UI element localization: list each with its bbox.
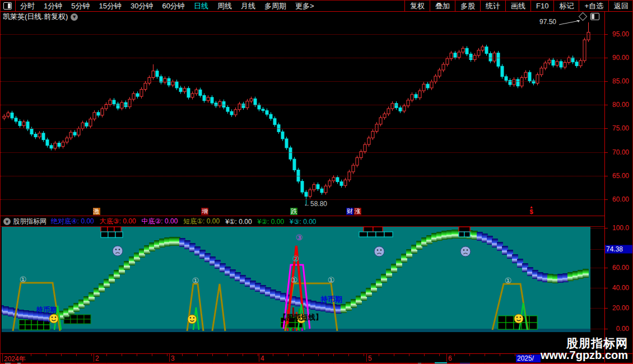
candle-body[interactable] bbox=[356, 158, 359, 165]
candle-body[interactable] bbox=[383, 114, 386, 118]
candle-body[interactable] bbox=[513, 80, 515, 85]
candle-body[interactable] bbox=[367, 138, 370, 144]
candle-body[interactable] bbox=[148, 77, 151, 83]
candle-body[interactable] bbox=[66, 138, 68, 142]
candle-body[interactable] bbox=[442, 64, 445, 70]
candle-body[interactable] bbox=[58, 143, 60, 147]
candle-body[interactable] bbox=[171, 82, 174, 85]
candle-body[interactable] bbox=[77, 128, 80, 135]
candle-body[interactable] bbox=[548, 60, 551, 63]
candle-body[interactable] bbox=[505, 77, 508, 81]
candle-body[interactable] bbox=[199, 90, 202, 95]
candle-body[interactable] bbox=[7, 113, 10, 116]
candle-body[interactable] bbox=[575, 62, 578, 66]
candle-body[interactable] bbox=[69, 132, 72, 138]
candle-body[interactable] bbox=[301, 181, 304, 192]
candle-body[interactable] bbox=[560, 62, 562, 67]
candle-body[interactable] bbox=[587, 32, 590, 40]
candle-body[interactable] bbox=[183, 88, 186, 92]
candle-body[interactable] bbox=[258, 105, 260, 109]
candle-body[interactable] bbox=[136, 94, 139, 96]
candle-body[interactable] bbox=[567, 58, 570, 62]
candle-body[interactable] bbox=[30, 129, 33, 134]
candle-body[interactable] bbox=[418, 91, 421, 98]
candle-body[interactable] bbox=[273, 119, 276, 125]
candle-body[interactable] bbox=[179, 88, 182, 92]
candle-body[interactable] bbox=[544, 63, 547, 68]
candle-body[interactable] bbox=[281, 132, 284, 139]
candle-body[interactable] bbox=[364, 144, 366, 152]
candle-body[interactable] bbox=[62, 142, 64, 147]
candle-body[interactable] bbox=[316, 185, 319, 189]
candle-body[interactable] bbox=[340, 182, 343, 186]
candle-body[interactable] bbox=[113, 100, 115, 104]
candle-body[interactable] bbox=[564, 63, 566, 67]
candle-body[interactable] bbox=[411, 95, 413, 100]
candle-body[interactable] bbox=[128, 99, 131, 106]
candle-body[interactable] bbox=[156, 71, 159, 77]
candle-body[interactable] bbox=[536, 74, 539, 83]
candle-body[interactable] bbox=[81, 123, 84, 128]
candle-body[interactable] bbox=[501, 66, 504, 77]
candle-body[interactable] bbox=[438, 70, 441, 76]
candle-body[interactable] bbox=[540, 68, 543, 75]
candle-body[interactable] bbox=[140, 90, 143, 97]
candle-body[interactable] bbox=[332, 178, 335, 181]
candle-body[interactable] bbox=[336, 178, 339, 182]
candle-body[interactable] bbox=[415, 95, 417, 98]
candle-body[interactable] bbox=[446, 59, 449, 64]
candle-body[interactable] bbox=[305, 192, 308, 197]
candle-body[interactable] bbox=[89, 119, 92, 127]
candle-body[interactable] bbox=[320, 189, 323, 193]
candle-body[interactable] bbox=[313, 185, 315, 190]
candle-body[interactable] bbox=[285, 139, 288, 148]
candle-body[interactable] bbox=[497, 53, 500, 67]
candle-body[interactable] bbox=[469, 54, 472, 59]
candle-body[interactable] bbox=[254, 99, 257, 105]
candle-body[interactable] bbox=[344, 180, 347, 185]
candle-body[interactable] bbox=[101, 109, 104, 115]
candle-body[interactable] bbox=[262, 109, 264, 111]
candle-body[interactable] bbox=[191, 94, 194, 97]
candle-body[interactable] bbox=[462, 48, 464, 52]
candle-body[interactable] bbox=[38, 133, 41, 137]
candle-body[interactable] bbox=[195, 90, 198, 94]
candle-body[interactable] bbox=[152, 71, 155, 78]
candle-body[interactable] bbox=[403, 106, 406, 111]
candle-body[interactable] bbox=[493, 53, 496, 61]
candle-body[interactable] bbox=[454, 53, 457, 58]
candle-body[interactable] bbox=[42, 133, 45, 140]
candle-body[interactable] bbox=[571, 58, 574, 62]
candle-body[interactable] bbox=[524, 72, 527, 77]
candle-body[interactable] bbox=[466, 48, 468, 54]
candle-body[interactable] bbox=[187, 88, 190, 97]
candle-body[interactable] bbox=[485, 47, 488, 54]
candle-body[interactable] bbox=[391, 104, 394, 109]
candle-body[interactable] bbox=[85, 123, 88, 126]
candle-body[interactable] bbox=[73, 132, 76, 135]
candle-body[interactable] bbox=[422, 84, 425, 91]
candle-body[interactable] bbox=[230, 111, 233, 115]
candle-body[interactable] bbox=[109, 100, 111, 105]
candle-body[interactable] bbox=[395, 104, 398, 108]
candle-body[interactable] bbox=[144, 83, 147, 90]
candle-body[interactable] bbox=[132, 94, 135, 99]
candle-body[interactable] bbox=[556, 62, 558, 66]
candle-body[interactable] bbox=[207, 97, 210, 101]
candle-body[interactable] bbox=[226, 108, 229, 112]
candle-body[interactable] bbox=[399, 108, 402, 111]
candle-body[interactable] bbox=[97, 113, 100, 115]
candle-body[interactable] bbox=[34, 134, 37, 137]
candle-body[interactable] bbox=[50, 146, 53, 148]
candle-body[interactable] bbox=[371, 131, 374, 138]
candle-body[interactable] bbox=[309, 190, 311, 197]
candle-body[interactable] bbox=[328, 181, 331, 186]
candle-body[interactable] bbox=[379, 118, 382, 124]
candle-body[interactable] bbox=[426, 84, 429, 88]
candle-body[interactable] bbox=[269, 114, 272, 119]
candle-body[interactable] bbox=[15, 118, 17, 122]
candle-body[interactable] bbox=[46, 140, 49, 146]
candle-body[interactable] bbox=[22, 122, 25, 126]
candle-body[interactable] bbox=[458, 52, 460, 57]
candle-body[interactable] bbox=[3, 116, 6, 118]
